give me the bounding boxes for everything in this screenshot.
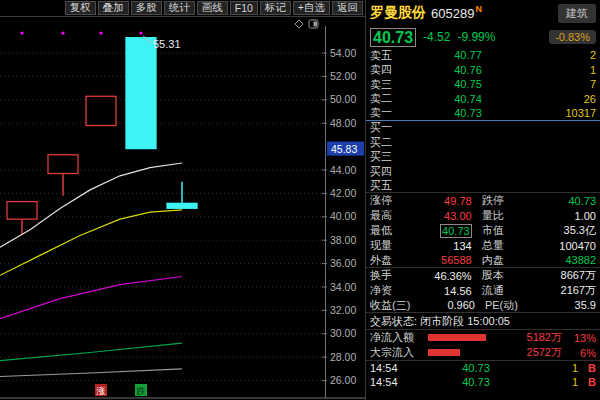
toolbar-button[interactable]: F10 xyxy=(230,1,258,15)
stat-label: 最高 xyxy=(370,208,404,223)
marker-dot xyxy=(20,32,23,35)
ask-price: 40.76 xyxy=(404,64,532,76)
flow-value: 2572万 xyxy=(527,345,562,360)
tick-side: B xyxy=(578,362,596,374)
ask-row[interactable]: 卖三40.757 xyxy=(366,77,600,92)
toolbar-button[interactable]: 画线 xyxy=(197,1,228,15)
flow-value: 5182万 xyxy=(527,330,562,345)
axis-tick-label: 26.00 xyxy=(330,374,356,386)
bid-label: 买五 xyxy=(370,178,404,193)
tick-row[interactable]: 14:5440.731B xyxy=(366,361,600,375)
ask-label: 卖三 xyxy=(370,77,404,92)
money-flow: 净流入额5182万13%大宗流入2572万6% xyxy=(366,330,600,360)
stat-value: 49.78 xyxy=(404,195,472,207)
toolbar-button[interactable]: 统计 xyxy=(164,1,195,15)
flow-label: 大宗流入 xyxy=(370,345,428,360)
toolbar-button[interactable]: 多股 xyxy=(131,1,162,15)
tick-list[interactable]: 14:5440.731B14:5440.731B xyxy=(366,360,600,389)
stat-label: 股本 xyxy=(472,268,522,283)
bid-row[interactable]: 买二 xyxy=(366,135,600,150)
stat-value: 134 xyxy=(404,240,472,252)
stat-value: 100470 xyxy=(522,240,596,252)
candle-body xyxy=(167,203,197,208)
stat-value: 43882 xyxy=(522,254,596,266)
badge-label: 跌 xyxy=(137,386,146,396)
diamond-marker-icon[interactable] xyxy=(295,20,303,28)
ask-label: 卖二 xyxy=(370,91,404,106)
axis-tick-label: 34.00 xyxy=(330,281,356,293)
flow-label: 净流入额 xyxy=(370,330,428,345)
stat-row: 涨停49.78跌停40.73 xyxy=(366,193,600,208)
ask-price: 40.75 xyxy=(404,78,532,90)
flow-pct: 6% xyxy=(562,347,596,359)
last-price: 40.73 xyxy=(370,28,416,47)
kline-chart[interactable]: 54.0052.0050.0048.0044.0042.0040.0038.00… xyxy=(0,18,365,400)
stat-label: 量比 xyxy=(472,208,522,223)
ask-row[interactable]: 卖一40.7310317 xyxy=(366,106,600,121)
stat-value: 8667万 xyxy=(522,268,596,283)
bid-label: 买一 xyxy=(370,120,404,135)
candle-body xyxy=(126,38,156,149)
stats-table: 涨停49.78跌停40.73最高43.00量比1.00最低40.73市值35.3… xyxy=(366,193,600,313)
stat-label: 跌停 xyxy=(472,193,522,208)
stat-label: PE(动) xyxy=(475,298,525,313)
ask-qty: 10317 xyxy=(532,107,596,119)
ask-qty: 1 xyxy=(532,64,596,76)
stat-value: 14.56 xyxy=(404,285,472,297)
axis-tick-label: 28.00 xyxy=(330,351,356,363)
stat-value: 40.73 xyxy=(522,195,596,207)
ask-price: 40.73 xyxy=(404,107,532,119)
ask-label: 卖一 xyxy=(370,105,404,120)
tick-side: B xyxy=(578,376,596,388)
tick-price: 40.73 xyxy=(414,376,538,388)
tick-volume: 1 xyxy=(538,376,578,388)
stat-value: 40.73 xyxy=(404,225,472,237)
ask-row[interactable]: 卖二40.7426 xyxy=(366,92,600,107)
flow-bar xyxy=(428,349,460,356)
ask-price: 40.74 xyxy=(404,93,532,105)
stat-value: 43.00 xyxy=(404,210,472,222)
flow-pct: 13% xyxy=(562,332,596,344)
stock-name: 罗曼股份 xyxy=(370,4,426,22)
ask-row[interactable]: 卖五40.772 xyxy=(366,48,600,63)
toolbar-button[interactable]: 复权 xyxy=(65,1,96,15)
toolbar-button[interactable]: 标记 xyxy=(260,1,291,15)
app-window: 复权叠加多股统计画线F10标记+自选返回 54.0052.0050.0048.0… xyxy=(0,0,600,400)
stat-row: 换手46.36%股本8667万 xyxy=(366,268,600,283)
axis-tick-label: 44.00 xyxy=(330,164,356,176)
marker-dot xyxy=(139,32,142,35)
sector-change-badge[interactable]: -0.83% xyxy=(549,30,596,44)
axis-tick-label: 32.00 xyxy=(330,304,356,316)
flow-row: 净流入额5182万13% xyxy=(366,330,600,345)
ask-row[interactable]: 卖四40.761 xyxy=(366,63,600,78)
bid-row[interactable]: 买四 xyxy=(366,164,600,179)
toolbar-button[interactable]: 返回 xyxy=(332,1,363,15)
stat-value: 46.36% xyxy=(404,270,472,282)
order-book: 卖五40.772卖四40.761卖三40.757卖二40.7426卖一40.73… xyxy=(366,48,600,193)
candle-body xyxy=(48,155,78,174)
flow-row: 大宗流入2572万6% xyxy=(366,345,600,360)
axis-tick-label: 40.00 xyxy=(330,210,356,222)
ask-qty: 2 xyxy=(532,49,596,61)
axis-tick-label: 38.00 xyxy=(330,234,356,246)
bid-row[interactable]: 买一 xyxy=(366,121,600,136)
toolbar-button[interactable]: +自选 xyxy=(293,1,330,15)
stat-label: 收益(三) xyxy=(370,298,410,313)
toolbar-button[interactable]: 叠加 xyxy=(98,1,129,15)
flow-bar xyxy=(428,334,486,341)
marker-dot xyxy=(99,32,102,35)
stock-code: 605289 xyxy=(431,6,474,21)
bid-row[interactable]: 买三 xyxy=(366,150,600,165)
ma-green xyxy=(0,343,182,361)
highlighted-price-label: 45.83 xyxy=(331,143,357,155)
stat-value: 1.00 xyxy=(522,210,596,222)
ma-magenta xyxy=(0,277,182,319)
candle-body xyxy=(7,202,37,220)
sector-button[interactable]: 建筑 xyxy=(558,4,596,23)
bid-label: 买二 xyxy=(370,135,404,150)
chart-toolbar: 复权叠加多股统计画线F10标记+自选返回 xyxy=(0,0,365,17)
stat-value: 2167万 xyxy=(522,283,596,298)
stat-label: 换手 xyxy=(370,268,404,283)
tick-row[interactable]: 14:5440.731B xyxy=(366,375,600,389)
bid-row[interactable]: 买五 xyxy=(366,179,600,194)
